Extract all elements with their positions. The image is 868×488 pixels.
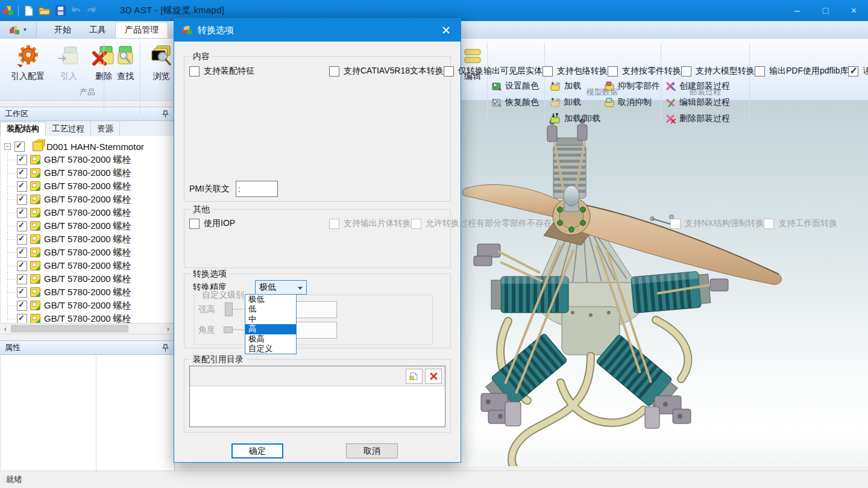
tree-item-bolt[interactable]: GB/T 5780-2000 螺栓 [1,272,174,286]
horizontal-scrollbar[interactable]: ‹ › [0,323,174,334]
tab-product-management[interactable]: 产品管理 [115,22,168,38]
checkbox[interactable] [848,66,858,77]
tree-item-bolt[interactable]: GB/T 5780-2000 螺栓 [1,153,174,166]
close-button[interactable]: × [840,0,868,21]
checkbox[interactable] [681,66,691,77]
checkbox-row: 支持输出片体转换 [329,215,411,232]
assembly-ref-list[interactable] [189,366,445,427]
checkbox-row[interactable]: 读取属性 [848,63,868,80]
checkbox[interactable] [189,219,200,229]
checkbox[interactable] [17,261,27,271]
checkbox[interactable] [17,181,27,192]
dropdown-item[interactable]: 自定义 [245,344,296,354]
tab-start[interactable]: 开始 [45,22,80,38]
tab-tools[interactable]: 工具 [80,22,115,38]
scrollbar-thumb[interactable] [11,325,128,333]
tree-item-bolt[interactable]: GB/T 5780-2000 螺栓 [1,219,174,233]
checkbox-row[interactable]: 支持按零件转换 [608,63,681,80]
checkbox-row[interactable]: 输出PDF使用pdflib库 [755,63,848,80]
checkbox-row[interactable]: 支持CATIAV5R18文本转换 [329,63,444,80]
collapse-icon[interactable]: – [4,143,11,150]
restore-color-button[interactable]: 恢复颜色 [491,95,539,109]
ok-button[interactable]: 确定 [231,443,283,458]
tree-item-bolt[interactable]: GB/T 5780-2000 螺栓 [1,193,174,206]
tab-assembly-structure[interactable]: 装配结构 [0,122,46,136]
checkbox[interactable] [17,248,27,258]
workspace-tabs: 装配结构 工艺过程 资源 [0,121,174,137]
checkbox [764,219,774,229]
dialog-close-icon[interactable]: ✕ [432,19,461,42]
part-icon [30,314,40,323]
app-menu-button[interactable]: ▼ [0,22,37,38]
delete-subassembly-process-button[interactable]: 删除部装过程 [665,111,730,125]
tree-item-bolt[interactable]: GB/T 5780-2000 螺栓 [1,180,174,193]
status-text: 就绪 [6,474,22,485]
checkbox[interactable] [17,221,27,231]
tab-process[interactable]: 工艺过程 [46,122,91,136]
save-icon[interactable] [52,4,68,18]
checkbox[interactable] [17,314,27,324]
set-color-button[interactable]: 设置颜色 [491,79,539,93]
part-icon [30,181,40,191]
checkbox[interactable] [608,66,618,77]
checkbox-row: 允许转换过程有部分零部件不存在 [411,215,670,232]
add-directory-button[interactable] [406,369,423,384]
tree-root-row[interactable]: – D001 HAHN-Sternmotor [1,140,174,153]
checkbox-row[interactable]: 支持装配特征 [189,63,329,80]
cancel-button[interactable]: 取消 [346,443,398,458]
checkbox[interactable] [17,287,27,298]
tree-item-bolt[interactable]: GB/T 5780-2000 螺栓 [1,286,174,299]
checkbox-row[interactable]: 支持大模型转换 [681,63,755,80]
load-unload-button[interactable]: 加载/卸载 [550,111,600,125]
checkbox[interactable] [17,168,27,178]
checkbox[interactable] [542,66,553,77]
remove-directory-button[interactable] [425,369,442,384]
checkbox[interactable] [17,301,27,311]
dropdown-item[interactable]: 高 [245,324,296,334]
pin-icon[interactable] [162,110,169,118]
precision-combobox[interactable]: 极低 [255,280,307,295]
pmi-input[interactable] [236,181,278,197]
checkbox[interactable] [17,208,27,218]
checkbox [670,219,681,229]
properties-header: 属性 [0,340,174,355]
tree-item-bolt[interactable]: GB/T 5780-2000 螺栓 [1,312,174,323]
scroll-left-icon[interactable]: ‹ [0,324,11,333]
checkbox-row[interactable]: 使用IOP [189,215,329,232]
open-folder-icon[interactable] [37,4,52,18]
checkbox[interactable] [14,142,25,152]
import-config-button[interactable]: 引入配置 [4,40,52,83]
dropdown-item[interactable]: 极高 [245,334,296,344]
checkbox[interactable] [444,66,454,77]
dialog-icon [181,25,192,36]
tree-item-bolt[interactable]: GB/T 5780-2000 螺栓 [1,206,174,219]
scroll-right-icon[interactable]: › [163,324,174,333]
tree-item-bolt[interactable]: GB/T 5780-2000 螺栓 [1,166,174,180]
minimize-button[interactable]: – [783,0,811,21]
maximize-button[interactable]: □ [811,0,840,21]
checkbox[interactable] [17,234,27,245]
dropdown-item[interactable]: 中 [245,314,296,324]
precision-dropdown-list[interactable]: 极低 低 中 高 极高 自定义 [245,294,297,354]
checkbox[interactable] [17,195,27,205]
workspace-panel: 工作区 装配结构 工艺过程 资源 – D001 HAHN-Sternmotor … [0,100,175,471]
dialog-title-bar[interactable]: 转换选项 [174,19,461,42]
tree-item-bolt[interactable]: GB/T 5780-2000 螺栓 [1,246,174,259]
checkbox[interactable] [17,274,27,284]
assembly-tree[interactable]: – D001 HAHN-Sternmotor GB/T 5780-2000 螺栓… [0,136,174,323]
find-button[interactable]: 查找 [107,40,143,83]
dropdown-item[interactable]: 极低 [245,295,296,304]
tab-resource[interactable]: 资源 [91,122,120,136]
tree-item-bolt[interactable]: GB/T 5780-2000 螺栓 [1,259,174,272]
checkbox-row[interactable]: 仅转换输出可见层实体 [444,63,542,80]
new-file-icon[interactable] [21,4,37,18]
dropdown-item[interactable]: 低 [245,304,296,314]
checkbox[interactable] [329,66,339,77]
checkbox-row[interactable]: 支持包络转换 [542,63,608,80]
checkbox[interactable] [17,155,27,165]
tree-item-bolt[interactable]: GB/T 5780-2000 螺栓 [1,233,174,246]
checkbox[interactable] [755,66,765,77]
checkbox[interactable] [189,66,200,77]
pin-icon[interactable] [162,344,169,352]
tree-item-bolt[interactable]: GB/T 5780-2000 螺栓 [1,299,174,312]
